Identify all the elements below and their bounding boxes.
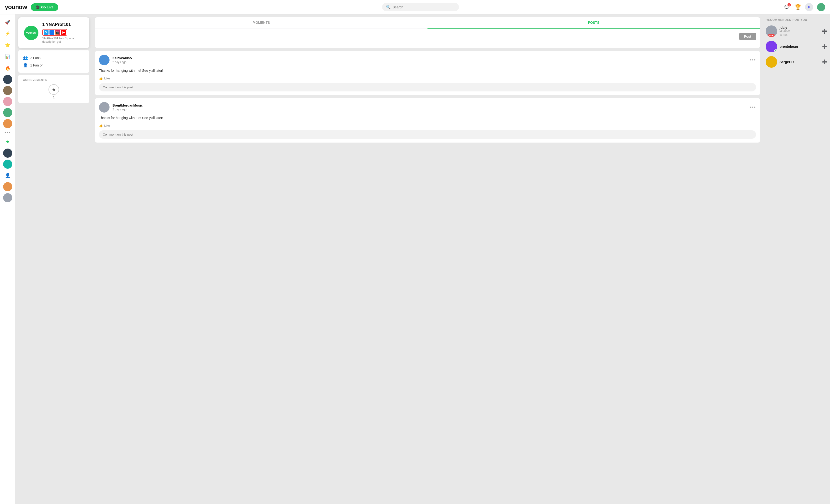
instagram-icon[interactable]: 📷 (55, 30, 60, 35)
fans-count: 2 Fans (30, 56, 40, 60)
profile-popup-header: younow 1 YNAProf101 𝕏 f 📷 ▶ YN (24, 22, 84, 43)
rec-tag-jdaly: #Games (779, 30, 820, 33)
rec-name-brentobean: brentobean (779, 45, 820, 48)
right-sidebar: RECOMMENDED FOR YOU LIVE jdaly #Games 👁 … (763, 14, 830, 504)
achievement-item: ★ 1 (23, 84, 85, 99)
tab-moments[interactable]: MOMENTS (95, 17, 427, 29)
post-more-button-1[interactable]: ••• (750, 58, 756, 63)
recommended-item-sergehd: SergeHD ➕ (766, 56, 827, 68)
profile-name: 1 YNAProf101 (42, 22, 71, 27)
post-meta-1: KeithPaluso 2 days ago (113, 56, 132, 64)
content-area: younow 1 YNAProf101 𝕏 f 📷 ▶ YN (15, 14, 830, 504)
rec-avatar-sergehd[interactable] (766, 56, 777, 68)
post-header-1: KeithPaluso 2 days ago ••• (99, 55, 756, 65)
post-header-2: BrentMorganMusic 2 days ago ••• (99, 102, 756, 112)
post-card-2: BrentMorganMusic 2 days ago ••• Thanks f… (95, 98, 760, 142)
post-meta-2: BrentMorganMusic 2 days ago (113, 103, 143, 111)
fan-of-count: 1 Fan of (30, 63, 42, 67)
sidebar-item-star-green[interactable]: ★ (3, 137, 12, 147)
profile-info: 1 YNAProf101 𝕏 f 📷 ▶ YNAProf101 hasn't p… (42, 22, 84, 43)
rec-info-jdaly: jdaly #Games 👁 600 (779, 26, 820, 37)
post-avatar-1[interactable] (99, 55, 109, 65)
follow-button-sergehd[interactable]: ➕ (822, 59, 827, 65)
rec-avatar-brentobean[interactable] (766, 41, 777, 52)
post-comment-input-1[interactable] (99, 83, 756, 92)
star-icon: ⭐ (5, 42, 10, 48)
sidebar-item-person[interactable]: 👤 (3, 171, 12, 180)
header-center: 🔍 (58, 3, 783, 11)
points-button[interactable]: P (805, 3, 813, 11)
go-live-button[interactable]: 🎥 Go Live (31, 3, 58, 11)
twitter-icon[interactable]: 𝕏 (44, 30, 49, 35)
notifications-button[interactable]: 💬 1 (783, 3, 791, 11)
rec-name-sergehd: SergeHD (779, 60, 820, 64)
points-label: P (808, 5, 810, 9)
post-avatar-2[interactable] (99, 102, 109, 112)
main-layout: 🚀 ⚡ ⭐ 📊 🔥 ••• ★ 👤 (0, 14, 830, 504)
camera-icon: 🎥 (36, 5, 40, 9)
notification-badge: 1 (788, 3, 791, 6)
profile-avatar: younow (24, 26, 38, 40)
fans-icon: 👥 (23, 56, 28, 60)
like-label-2: Like (104, 124, 110, 128)
post-like-button-2[interactable]: 👍 Like (99, 124, 756, 128)
tab-posts[interactable]: POSTS (427, 17, 760, 29)
fan-of-icon: 👤 (23, 63, 28, 67)
post-time-1: 2 days ago (113, 61, 132, 64)
sidebar-avatar-7[interactable] (3, 160, 12, 169)
post-button[interactable]: Post (739, 33, 756, 40)
facebook-icon[interactable]: f (50, 30, 54, 35)
search-input[interactable] (393, 5, 455, 9)
rec-avatar-jdaly[interactable]: LIVE (766, 26, 777, 37)
logo: younow (5, 3, 27, 11)
post-time-2: 2 days ago (113, 108, 143, 111)
tabs-bar: MOMENTS POSTS (95, 17, 760, 29)
sidebar-avatar-4[interactable] (3, 108, 12, 117)
star-green-icon: ★ (6, 139, 10, 144)
like-label-1: Like (104, 76, 110, 80)
sidebar-item-rocket[interactable]: 🚀 (3, 17, 12, 27)
achievement-count: 1 (53, 96, 55, 99)
header: younow 🎥 Go Live 🔍 💬 1 🏆 P (0, 0, 830, 14)
post-like-button-1[interactable]: 👍 Like (99, 76, 756, 80)
post-more-button-2[interactable]: ••• (750, 105, 756, 110)
chart-icon: 📊 (5, 54, 10, 59)
youtube-icon[interactable]: ▶ (61, 30, 66, 35)
fans-stat: 👥 2 Fans (23, 54, 85, 61)
user-avatar-header[interactable] (817, 3, 825, 11)
post-text-2: Thanks for hanging with me! See y'all la… (99, 115, 756, 121)
post-user-info-2: BrentMorganMusic 2 days ago (99, 102, 143, 112)
online-dot-brentobean (774, 49, 777, 52)
sidebar-item-chart[interactable]: 📊 (3, 52, 12, 61)
post-comment-input-2[interactable] (99, 130, 756, 139)
sidebar-avatar-5[interactable] (3, 119, 12, 128)
post-username-1: KeithPaluso (113, 56, 132, 60)
sidebar-avatar-3[interactable] (3, 97, 12, 106)
lightning-icon: ⚡ (5, 31, 10, 36)
fire-icon: 🔥 (5, 66, 10, 71)
sidebar-item-star[interactable]: ⭐ (3, 40, 12, 50)
tabs-container: MOMENTS POSTS Post (95, 17, 760, 48)
sidebar-item-fire[interactable]: 🔥 (3, 63, 12, 73)
follow-button-brentobean[interactable]: ➕ (822, 44, 827, 49)
left-sidebar: 🚀 ⚡ ⭐ 📊 🔥 ••• ★ 👤 (0, 14, 15, 504)
profile-logo-text: younow (26, 31, 36, 34)
sidebar-more-button[interactable]: ••• (5, 130, 10, 135)
sidebar-avatar-6[interactable] (3, 148, 12, 158)
rocket-icon: 🚀 (5, 20, 10, 25)
profile-section: younow 1 YNAProf101 𝕏 f 📷 ▶ YN (15, 14, 92, 504)
sidebar-avatar-1[interactable] (3, 75, 12, 84)
rec-info-sergehd: SergeHD (779, 60, 820, 64)
sidebar-avatar-2[interactable] (3, 86, 12, 95)
social-icons-row: 𝕏 f 📷 ▶ (42, 29, 67, 36)
sidebar-item-lightning[interactable]: ⚡ (3, 29, 12, 38)
thumbs-up-icon-1: 👍 (99, 76, 103, 80)
thumbs-up-icon-2: 👍 (99, 124, 103, 128)
sidebar-avatar-9[interactable] (3, 193, 12, 202)
sidebar-avatar-8[interactable] (3, 182, 12, 191)
profile-description: YNAProf101 hasn't put a description yet (42, 37, 84, 43)
main-content: MOMENTS POSTS Post KeithPaluso 2 days ag… (92, 14, 763, 504)
post-composer: Post (95, 29, 760, 48)
follow-button-jdaly[interactable]: ➕ (822, 29, 827, 34)
trophy-icon[interactable]: 🏆 (795, 4, 801, 10)
